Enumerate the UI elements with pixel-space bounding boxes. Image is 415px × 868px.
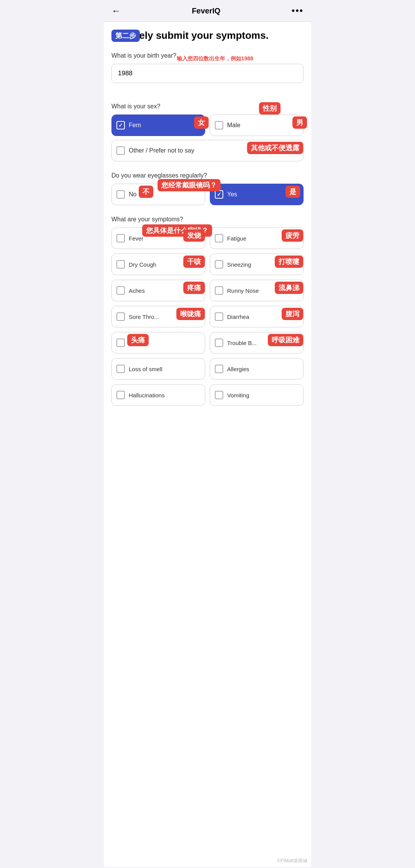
male-checkbox	[215, 121, 223, 129]
sex-label: What is your sex?	[111, 103, 304, 110]
symptom-loss-of-smell[interactable]: Loss of smell	[111, 358, 205, 380]
symptom-fever[interactable]: Fever 发烧	[111, 227, 205, 249]
vomiting-checkbox	[215, 391, 223, 399]
sneezing-label: Sneezing	[227, 261, 251, 268]
dry-cough-checkbox	[116, 260, 125, 269]
sneezing-annotation: 打喷嚏	[275, 256, 303, 268]
birth-year-input[interactable]	[111, 64, 304, 83]
hallucinations-label: Hallucinations	[129, 392, 164, 398]
sex-other-row: Other / Prefer not to say 其他或不便透露	[111, 140, 304, 161]
symptom-sneezing[interactable]: Sneezing 打喷嚏	[210, 254, 304, 275]
headache-checkbox	[116, 339, 125, 347]
yes-checkbox: ✓	[215, 190, 223, 199]
symptoms-section: What are your symptoms? 您具体是什么症状？ Fever …	[111, 216, 304, 406]
runny-nose-annotation: 流鼻涕	[275, 282, 303, 294]
allergies-label: Allergies	[227, 366, 249, 372]
trouble-breathing-label: Trouble B...	[227, 340, 257, 346]
trouble-breathing-checkbox	[215, 339, 223, 347]
symptoms-label-wrap: What are your symptoms? 您具体是什么症状？	[111, 216, 304, 223]
sex-label-wrap: What is your sex? 性别	[111, 103, 304, 110]
dry-cough-annotation: 干咳	[183, 256, 205, 268]
trouble-breathing-annotation: 呼吸困难	[268, 334, 303, 346]
eyeglasses-no-button[interactable]: No 不	[111, 184, 205, 205]
symptom-headache[interactable]: Head... 头痛	[111, 332, 205, 354]
eyeglasses-label: Do you wear eyeglasses regularly?	[111, 172, 304, 179]
sore-throat-label: Sore Thro...	[129, 314, 159, 320]
back-button[interactable]: ←	[111, 5, 121, 16]
watermark: ©PiMatt派商城	[277, 858, 307, 864]
female-checkbox: ✓	[116, 121, 125, 129]
sex-female-button[interactable]: ✓ Fem 女	[111, 115, 205, 136]
vomiting-label: Vomiting	[227, 392, 249, 398]
female-label: Fem	[129, 122, 141, 129]
sex-male-button[interactable]: Male 男	[210, 115, 304, 136]
sore-throat-annotation: 喉咙痛	[176, 308, 205, 320]
app-title: FeverIQ	[192, 7, 220, 15]
aches-label: Aches	[129, 287, 145, 294]
allergies-checkbox	[215, 365, 223, 373]
sex-options-row: ✓ Fem 女 Male 男	[111, 115, 304, 136]
symptom-dry-cough[interactable]: Dry Cough 干咳	[111, 254, 205, 275]
main-content: Privately submit your symptoms. 第二步 What…	[104, 22, 311, 867]
hallucinations-checkbox	[116, 391, 125, 399]
no-checkbox	[116, 190, 125, 199]
sneezing-checkbox	[215, 260, 223, 269]
more-button[interactable]: •••	[292, 5, 304, 16]
symptoms-label: What are your symptoms?	[111, 216, 304, 223]
male-annotation: 男	[292, 116, 307, 129]
sex-other-button[interactable]: Other / Prefer not to say 其他或不便透露	[111, 140, 304, 161]
female-annotation: 女	[194, 116, 209, 129]
fatigue-checkbox	[215, 234, 223, 242]
symptom-vomiting[interactable]: Vomiting	[210, 384, 304, 406]
symptom-hallucinations[interactable]: Hallucinations	[111, 384, 205, 406]
other-annotation: 其他或不便透露	[247, 142, 303, 154]
fever-label: Fever	[129, 235, 143, 242]
symptom-runny-nose[interactable]: Runny Nose 流鼻涕	[210, 280, 304, 301]
sore-throat-checkbox	[116, 312, 125, 321]
symptom-diarrhea[interactable]: Diarrhea 腹泻	[210, 306, 304, 327]
symptoms-grid: Fever 发烧 Fatigue 疲劳 Dry Cough 干咳 Sneezin…	[111, 227, 304, 406]
aches-annotation: 疼痛	[183, 282, 205, 294]
birth-year-label: What is your birth year?	[111, 52, 304, 59]
loss-of-smell-label: Loss of smell	[129, 366, 163, 372]
eyeglasses-yes-button[interactable]: ✓ Yes 是	[210, 184, 304, 205]
app-header: ← FeverIQ •••	[104, 0, 311, 22]
yes-label: Yes	[227, 191, 237, 198]
sex-section: What is your sex? 性别 ✓ Fem 女 Male 男 O	[111, 103, 304, 161]
birth-year-section: What is your birth year? 输入您四位数出生年，例如198…	[111, 52, 304, 92]
birth-year-input-wrap: 输入您四位数出生年，例如1988	[111, 64, 304, 92]
loss-of-smell-checkbox	[116, 365, 125, 373]
symptom-allergies[interactable]: Allergies	[210, 358, 304, 380]
eyeglasses-section: Do you wear eyeglasses regularly? 您经常戴眼镜…	[111, 172, 304, 205]
symptom-trouble-breathing[interactable]: Trouble B... 呼吸困难	[210, 332, 304, 354]
runny-nose-label: Runny Nose	[227, 287, 259, 294]
headache-label: Head...	[129, 340, 147, 346]
fever-checkbox	[116, 234, 125, 242]
runny-nose-checkbox	[215, 286, 223, 295]
aches-checkbox	[116, 286, 125, 295]
fatigue-annotation: 疲劳	[282, 229, 303, 242]
symptom-sore-throat[interactable]: Sore Thro... 喉咙痛	[111, 306, 205, 327]
dry-cough-label: Dry Cough	[129, 261, 156, 268]
diarrhea-annotation: 腹泻	[282, 308, 303, 320]
diarrhea-checkbox	[215, 312, 223, 321]
fever-annotation: 发烧	[183, 229, 205, 242]
diarrhea-label: Diarrhea	[227, 314, 249, 320]
page-title-section: Privately submit your symptoms. 第二步	[111, 30, 304, 41]
no-annotation: 不	[139, 186, 153, 198]
male-label: Male	[227, 122, 241, 129]
no-label: No	[129, 191, 136, 198]
eyeglasses-options-row: No 不 ✓ Yes 是	[111, 184, 304, 205]
fatigue-label: Fatigue	[227, 235, 246, 242]
other-label: Other / Prefer not to say	[129, 147, 194, 154]
eyeglasses-label-wrap: Do you wear eyeglasses regularly? 您经常戴眼镜…	[111, 172, 304, 179]
yes-annotation: 是	[286, 186, 300, 198]
page-title: Privately submit your symptoms.	[111, 30, 304, 41]
symptom-aches[interactable]: Aches 疼痛	[111, 280, 205, 301]
other-checkbox	[116, 146, 125, 155]
symptom-fatigue[interactable]: Fatigue 疲劳	[210, 227, 304, 249]
